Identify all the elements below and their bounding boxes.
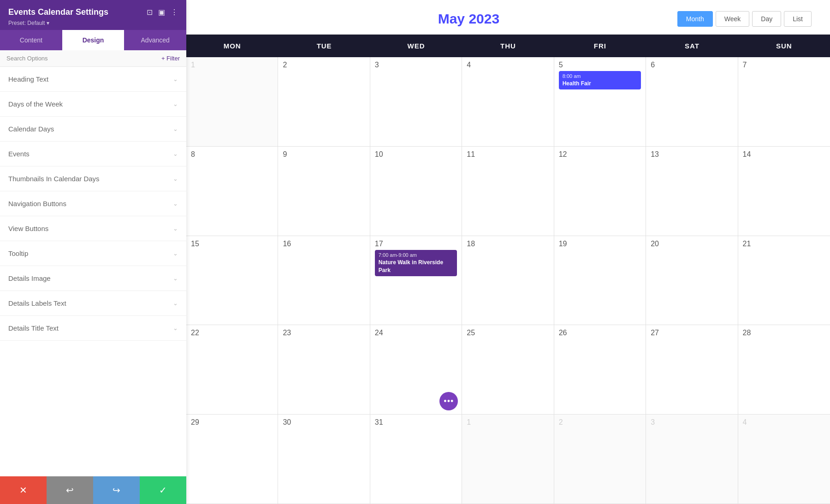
sidebar-item-label: Details Labels Text <box>8 299 66 307</box>
calendar-cell[interactable]: 14 <box>738 147 830 236</box>
preset-label[interactable]: Preset: Default ▾ <box>8 20 178 26</box>
sidebar-item-label: Tooltip <box>8 249 28 257</box>
calendar-cell[interactable]: 23 <box>278 325 370 414</box>
view-btn-week[interactable]: Week <box>716 11 750 27</box>
calendar-cell[interactable]: 10 <box>370 147 462 236</box>
day-number: 6 <box>651 61 733 69</box>
calendar-cell[interactable]: 4 <box>738 415 830 504</box>
view-btn-month[interactable]: Month <box>677 11 713 27</box>
calendar-cell[interactable]: 21 <box>738 236 830 325</box>
calendar-cell[interactable]: 15 <box>186 236 278 325</box>
sidebar-item-details-title[interactable]: Details Title Text ⌄ <box>0 316 186 341</box>
undo-button[interactable]: ↩ <box>47 476 93 504</box>
more-dots-button[interactable]: ••• <box>439 392 458 410</box>
sidebar-item-navigation-buttons[interactable]: Navigation Buttons ⌄ <box>0 191 186 216</box>
chevron-down-icon: ⌄ <box>173 225 178 232</box>
calendar-cell[interactable]: 28 <box>738 325 830 414</box>
calendar-cell-wed-24[interactable]: 24 ••• <box>370 325 462 414</box>
sidebar-item-details-image[interactable]: Details Image ⌄ <box>0 266 186 291</box>
more-options-icon[interactable]: ⋮ <box>171 8 178 17</box>
sidebar-item-view-buttons[interactable]: View Buttons ⌄ <box>0 216 186 241</box>
calendar-cell[interactable]: 7 <box>738 57 830 146</box>
tab-design[interactable]: Design <box>62 30 125 50</box>
calendar-cell[interactable]: 11 <box>462 147 554 236</box>
calendar-cell[interactable]: 4 <box>462 57 554 146</box>
calendar-cell[interactable]: 29 <box>186 415 278 504</box>
cancel-button[interactable]: ✕ <box>0 476 47 504</box>
day-header-sun: SUN <box>738 35 830 57</box>
save-button[interactable]: ✓ <box>140 476 186 504</box>
calendar-cell[interactable]: 30 <box>278 415 370 504</box>
search-options-label: Search Options <box>6 55 48 62</box>
sidebar-item-calendar-days[interactable]: Calendar Days ⌄ <box>0 117 186 142</box>
sidebar-icon-group: ⊡ ▣ ⋮ <box>147 8 178 17</box>
filter-button[interactable]: + Filter <box>161 55 180 62</box>
calendar-week-2: 8 9 10 11 12 13 14 <box>186 147 830 236</box>
event-time: 7:00 am-9:00 am <box>379 252 453 259</box>
calendar-cell[interactable]: 2 <box>278 57 370 146</box>
day-header-sat: SAT <box>646 35 738 57</box>
calendar-cell[interactable]: 13 <box>646 147 738 236</box>
calendar-grid: MON TUE WED THU FRI SAT SUN 1 2 3 4 <box>186 34 830 504</box>
day-number: 20 <box>651 240 733 248</box>
sidebar-item-heading-text[interactable]: Heading Text ⌄ <box>0 67 186 92</box>
calendar-cell[interactable]: 31 <box>370 415 462 504</box>
calendar-cell-wed-17[interactable]: 17 7:00 am-9:00 am Nature Walk in Rivers… <box>370 236 462 325</box>
view-btn-list[interactable]: List <box>784 11 812 27</box>
minimize-icon[interactable]: ⊡ <box>147 8 153 17</box>
calendar-week-4: 22 23 24 ••• 25 26 27 <box>186 325 830 415</box>
tab-advanced[interactable]: Advanced <box>124 30 186 50</box>
calendar-cell[interactable]: 6 <box>646 57 738 146</box>
view-buttons: Month Week Day List <box>677 11 812 27</box>
sidebar-item-days-of-week[interactable]: Days of the Week ⌄ <box>0 92 186 117</box>
calendar-cell[interactable]: 16 <box>278 236 370 325</box>
day-number: 8 <box>191 150 273 159</box>
expand-icon[interactable]: ▣ <box>158 8 165 17</box>
calendar-cell[interactable]: 20 <box>646 236 738 325</box>
redo-button[interactable]: ↪ <box>93 476 140 504</box>
day-header-fri: FRI <box>554 35 646 57</box>
day-header-thu: THU <box>462 35 554 57</box>
day-number: 16 <box>283 240 365 248</box>
calendar-cell[interactable]: 3 <box>646 415 738 504</box>
view-btn-day[interactable]: Day <box>752 11 781 27</box>
calendar-cell[interactable]: 1 <box>462 415 554 504</box>
calendar-cell[interactable]: 8 <box>186 147 278 236</box>
day-number: 28 <box>743 329 825 337</box>
sidebar-item-label: Navigation Buttons <box>8 200 66 208</box>
calendar-cell[interactable]: 19 <box>554 236 646 325</box>
calendar-cell[interactable]: 3 <box>370 57 462 146</box>
sidebar-item-events[interactable]: Events ⌄ <box>0 142 186 166</box>
calendar-cell[interactable]: 27 <box>646 325 738 414</box>
event-health-fair[interactable]: 8:00 am Health Fair <box>559 71 641 89</box>
day-number: 1 <box>467 418 549 427</box>
calendar-cell[interactable]: 12 <box>554 147 646 236</box>
calendar-cell[interactable]: 25 <box>462 325 554 414</box>
chevron-down-icon: ⌄ <box>173 300 178 307</box>
sidebar-item-tooltip[interactable]: Tooltip ⌄ <box>0 241 186 266</box>
chevron-down-icon: ⌄ <box>173 125 178 132</box>
sidebar-header: Events Calendar Settings ⊡ ▣ ⋮ Preset: D… <box>0 0 186 30</box>
day-number: 27 <box>651 329 733 337</box>
calendar-cell[interactable]: 26 <box>554 325 646 414</box>
sidebar-item-label: Heading Text <box>8 75 48 83</box>
calendar-cell-fri-5[interactable]: 5 8:00 am Health Fair <box>554 57 646 146</box>
calendar-cell[interactable]: 22 <box>186 325 278 414</box>
day-number: 7 <box>743 61 825 69</box>
chevron-down-icon: ⌄ <box>173 101 178 107</box>
calendar-cell[interactable]: 18 <box>462 236 554 325</box>
day-number: 26 <box>559 329 641 337</box>
event-nature-walk[interactable]: 7:00 am-9:00 am Nature Walk in Riverside… <box>375 250 457 276</box>
calendar-cell[interactable]: 2 <box>554 415 646 504</box>
day-number: 29 <box>191 418 273 427</box>
day-number: 21 <box>743 240 825 248</box>
sidebar-item-details-labels[interactable]: Details Labels Text ⌄ <box>0 291 186 316</box>
day-number: 5 <box>559 61 641 69</box>
calendar-cell[interactable]: 9 <box>278 147 370 236</box>
calendar-cell[interactable]: 1 <box>186 57 278 146</box>
tab-content[interactable]: Content <box>0 30 62 50</box>
event-name: Health Fair <box>563 80 637 88</box>
day-header-mon: MON <box>186 35 278 57</box>
chevron-down-icon: ⌄ <box>173 175 178 182</box>
sidebar-item-thumbnails[interactable]: Thumbnails In Calendar Days ⌄ <box>0 166 186 191</box>
